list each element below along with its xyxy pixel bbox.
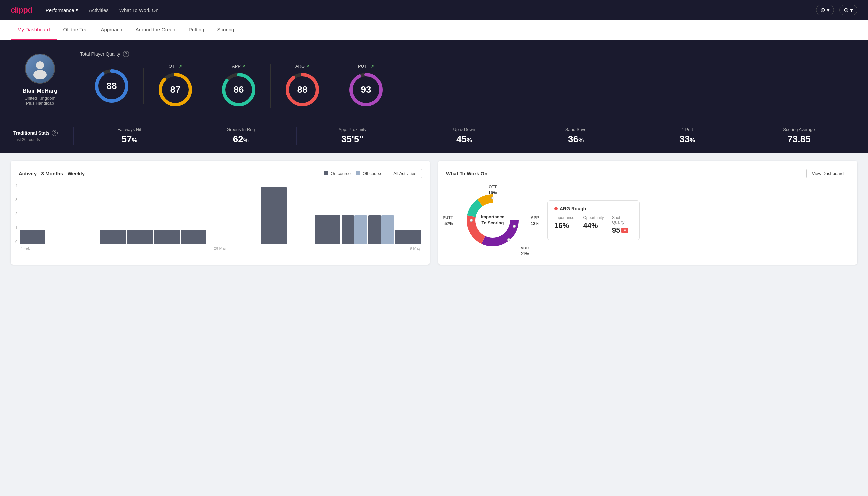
trad-stats-label: Traditional Stats ? Last 20 rounds	[13, 130, 73, 142]
help-icon[interactable]: ?	[52, 130, 58, 136]
user-menu-button[interactable]: ⊙ ▾	[839, 5, 857, 15]
x-label-feb: 7 Feb	[20, 246, 30, 251]
work-content: OTT 10% APP 12% ARG 21% PUTT 57%	[446, 184, 849, 257]
score-card-total: 88	[80, 68, 144, 104]
bar-on-course	[368, 215, 381, 244]
svg-point-18	[491, 197, 494, 199]
stat-up-down: Up & Down 45%	[408, 127, 520, 144]
bar-on-course	[261, 187, 286, 244]
red-dot-icon	[554, 207, 557, 210]
chevron-down-icon: ▾	[76, 7, 78, 13]
user-icon: ⊙	[844, 6, 849, 14]
help-icon[interactable]: ?	[123, 51, 129, 57]
putt-circle: 93	[348, 71, 384, 108]
bottom-section: Activity - 3 Months - Weekly On course O…	[0, 153, 868, 273]
shot-quality-metric: Shot Quality 95 ▼	[612, 215, 632, 234]
y-label-0: 0	[11, 239, 17, 244]
off-course-legend: Off course	[356, 171, 382, 176]
stat-greens-in-reg: Greens In Reg 62%	[185, 127, 297, 144]
traditional-stats-section: Traditional Stats ? Last 20 rounds Fairw…	[0, 119, 868, 153]
trend-up-icon: ↗	[371, 64, 374, 68]
x-label-may: 9 May	[410, 246, 421, 251]
donut-chart-wrapper: OTT 10% APP 12% ARG 21% PUTT 57%	[446, 184, 539, 257]
bar-group	[235, 243, 260, 244]
bar-on-course	[181, 230, 206, 244]
bar-group	[154, 230, 179, 244]
chart-area: 4 3 2 1 0 7 Feb	[19, 184, 422, 250]
importance-metric: Importance 16%	[554, 215, 575, 234]
app-score: 86	[234, 84, 244, 95]
nav-performance[interactable]: Performance ▾	[46, 7, 78, 13]
sub-navigation: My Dashboard Off the Tee Approach Around…	[0, 20, 868, 40]
tab-approach[interactable]: Approach	[94, 20, 129, 40]
bar-on-course	[154, 230, 179, 244]
chart-header: Activity - 3 Months - Weekly On course O…	[19, 169, 422, 178]
stat-app-proximity: App. Proximity 35'5"	[297, 127, 408, 144]
bar-group	[47, 243, 72, 244]
player-handicap: Plus Handicap	[26, 100, 54, 106]
stat-sand-save: Sand Save 36%	[520, 127, 632, 144]
svg-point-1	[33, 70, 47, 79]
total-score: 88	[106, 81, 116, 91]
chart-legend: On course Off course	[324, 171, 382, 176]
player-quality-section: Total Player Quality ? 88 OTT ↗	[80, 51, 855, 108]
nav-what-to-work-on[interactable]: What To Work On	[119, 7, 159, 13]
tab-off-the-tee[interactable]: Off the Tee	[57, 20, 94, 40]
plus-icon: ⊕	[820, 6, 825, 14]
player-name: Blair McHarg	[23, 88, 58, 94]
chart-bars-container	[19, 184, 422, 244]
app-circle: 86	[221, 71, 257, 108]
stat-1-putt: 1 Putt 33%	[632, 127, 743, 144]
score-card-putt: PUTT ↗ 93	[334, 64, 398, 108]
total-circle: 88	[93, 68, 130, 104]
tab-around-the-green[interactable]: Around the Green	[129, 20, 182, 40]
bar-group	[368, 215, 394, 244]
y-label-3: 3	[11, 198, 17, 202]
on-course-legend-dot	[324, 171, 328, 175]
work-title: What To Work On	[446, 171, 487, 176]
player-country: United Kingdom	[25, 96, 56, 100]
bar-off-course	[354, 215, 367, 244]
score-card-ott: OTT ↗ 87	[144, 64, 207, 108]
tab-my-dashboard[interactable]: My Dashboard	[11, 20, 57, 40]
stat-fairways-hit: Fairways Hit 57%	[73, 127, 185, 144]
y-label-1: 1	[11, 226, 17, 230]
svg-point-20	[507, 238, 510, 241]
stats-title: Total Player Quality ?	[80, 51, 855, 57]
view-dashboard-button[interactable]: View Dashboard	[806, 169, 849, 178]
bar-group	[20, 230, 45, 244]
stat-scoring-average: Scoring Average 73.85	[743, 127, 855, 144]
arg-score: 88	[297, 84, 307, 95]
arg-circle: 88	[284, 71, 321, 108]
work-header: What To Work On View Dashboard	[446, 169, 849, 178]
bar-group	[315, 215, 340, 244]
svg-point-19	[513, 225, 516, 228]
app-label: APP 12%	[531, 214, 539, 226]
off-course-legend-dot	[356, 171, 360, 175]
nav-links: Performance ▾ Activities What To Work On	[46, 7, 159, 13]
putt-label: PUTT 57%	[443, 214, 453, 226]
ott-circle: 87	[157, 71, 193, 108]
bar-group	[261, 187, 286, 244]
putt-score: 93	[361, 84, 371, 95]
bar-on-course	[20, 230, 45, 244]
info-card-metrics: Importance 16% Opportunity 44% Shot Qual…	[554, 215, 632, 234]
svg-point-21	[470, 219, 473, 221]
shot-quality-badge: ▼	[621, 228, 628, 233]
bar-group	[100, 230, 126, 244]
score-cards: 88 OTT ↗ 87 AP	[80, 64, 855, 108]
info-card-title: ARG Rough	[554, 206, 632, 211]
tab-scoring[interactable]: Scoring	[211, 20, 241, 40]
add-button[interactable]: ⊕ ▾	[816, 5, 834, 15]
nav-activities[interactable]: Activities	[89, 7, 109, 13]
chart-x-labels: 7 Feb 28 Mar 9 May	[19, 246, 422, 251]
svg-text:To Scoring: To Scoring	[482, 220, 504, 225]
chevron-down-icon: ▾	[850, 6, 853, 14]
chevron-down-icon: ▾	[827, 6, 830, 14]
y-label-2: 2	[11, 212, 17, 216]
tab-putting[interactable]: Putting	[182, 20, 211, 40]
bar-group	[342, 215, 367, 244]
app-logo[interactable]: clippd	[11, 5, 32, 15]
player-info: Blair McHarg United Kingdom Plus Handica…	[13, 53, 67, 106]
all-activities-button[interactable]: All Activities	[388, 169, 422, 178]
